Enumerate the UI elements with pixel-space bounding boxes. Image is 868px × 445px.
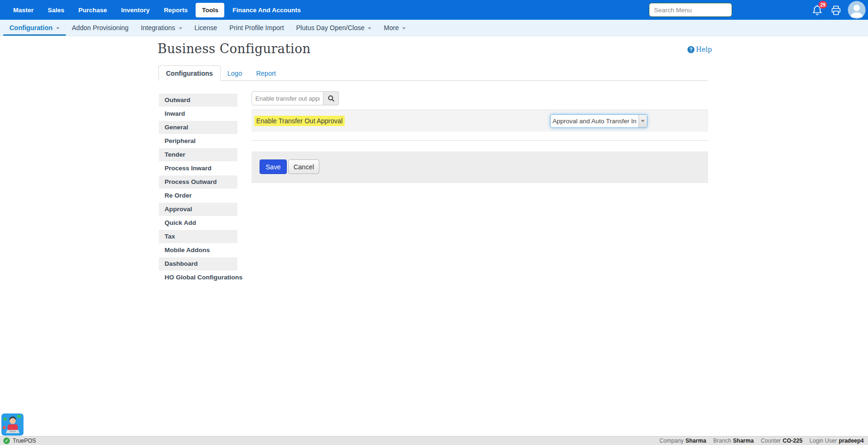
subnav-item-label: Plutus Day Open/Close <box>296 24 365 32</box>
status-bar: ✓ TruePOS Company Sharma Branch Sharma C… <box>0 436 868 445</box>
help-label: Help <box>696 46 712 53</box>
subnav-item-label: Integrations <box>141 24 175 32</box>
configuration-table: Enable Transfer Out Approval Approval an… <box>252 110 708 141</box>
sidebar-item-label: Tender <box>165 151 185 158</box>
configuration-category-list: Outward Inward General Peripheral Tender… <box>159 94 237 285</box>
tab-logo[interactable]: Logo <box>221 65 249 81</box>
sidebar-item-peripheral[interactable]: Peripheral <box>159 135 237 148</box>
sidebar-item-label: Process Outward <box>165 178 217 185</box>
search-button[interactable] <box>323 91 339 105</box>
tab-label: Report <box>256 70 276 77</box>
status-bar-left: ✓ TruePOS <box>0 437 36 444</box>
subnav-item-license[interactable]: License <box>189 20 223 36</box>
company-value: Sharma <box>686 437 706 444</box>
topnav-item-reports[interactable]: Reports <box>158 3 194 17</box>
sidebar-item-label: Peripheral <box>165 137 196 144</box>
page-title: Business Configuration <box>158 41 311 56</box>
sidebar-item-tax[interactable]: Tax <box>159 230 237 243</box>
topnav-item-label: Tools <box>202 7 218 14</box>
save-button[interactable]: Save <box>260 159 287 174</box>
tab-label: Logo <box>228 70 242 77</box>
topnav-item-tools[interactable]: Tools <box>196 3 224 17</box>
subnav-item-plutus-day-open-close[interactable]: Plutus Day Open/Close <box>290 20 378 36</box>
sidebar-item-label: Mobile Addons <box>165 246 210 254</box>
sidebar-item-ho-global-configurations[interactable]: HO Global Configurations <box>159 271 237 284</box>
topnav-item-sales[interactable]: Sales <box>42 3 71 17</box>
question-mark-icon: ? <box>687 46 694 53</box>
topnav-item-label: Reports <box>164 7 188 14</box>
sidebar-item-label: Outward <box>165 96 190 103</box>
sidebar-item-label: Tax <box>165 233 175 240</box>
branch-status: Branch Sharma <box>713 437 754 444</box>
counter-label: Counter <box>761 437 781 444</box>
chevron-down-icon <box>402 27 406 30</box>
topnav-item-label: Master <box>13 7 34 14</box>
dropdown-caret-button[interactable] <box>639 115 647 127</box>
login-user-status: Login User pradeep4 <box>810 437 864 444</box>
sidebar-item-label: Quick Add <box>165 219 196 226</box>
sidebar-item-dashboard[interactable]: Dashboard <box>159 257 237 270</box>
sidebar-item-re-order[interactable]: Re Order <box>159 189 237 202</box>
chevron-down-icon <box>641 120 645 122</box>
counter-value: CO-225 <box>783 437 803 444</box>
empty-row <box>252 132 708 141</box>
config-search-row <box>252 91 708 105</box>
branch-value: Sharma <box>733 437 754 444</box>
subnav-item-integrations[interactable]: Integrations <box>134 20 188 36</box>
sidebar-item-quick-add[interactable]: Quick Add <box>159 216 237 230</box>
config-search-input[interactable] <box>252 91 324 105</box>
dropdown-selected-value: Approval and Auto Transfer In <box>551 115 639 127</box>
setting-label-highlighted: Enable Transfer Out Approval <box>254 116 345 126</box>
action-bar: Save Cancel <box>252 151 708 183</box>
company-status: Company Sharma <box>659 437 706 444</box>
login-user-value: pradeep4 <box>839 437 864 444</box>
notification-count-badge[interactable]: 29 <box>819 1 827 8</box>
sidebar-item-label: Process Inward <box>165 165 212 172</box>
search-icon <box>328 95 335 102</box>
tab-label: Configurations <box>166 70 213 77</box>
topnav-item-purchase[interactable]: Purchase <box>72 3 113 17</box>
top-navigation-bar: Master Sales Purchase Inventory Reports … <box>0 0 868 20</box>
app-name: TruePOS <box>13 437 36 444</box>
tab-bar: Configurations Logo Report <box>158 65 708 81</box>
chevron-down-icon <box>179 27 182 30</box>
topnav-item-inventory[interactable]: Inventory <box>115 3 156 17</box>
topnav-item-label: Sales <box>48 7 64 14</box>
help-link[interactable]: ? Help <box>687 46 712 53</box>
sidebar-item-process-outward[interactable]: Process Outward <box>159 175 237 189</box>
subnav-item-configuration[interactable]: Configuration <box>3 20 66 36</box>
search-menu-input[interactable] <box>649 3 732 17</box>
counter-status: Counter CO-225 <box>761 437 803 444</box>
subnav-item-more[interactable]: More <box>378 20 412 36</box>
user-avatar[interactable] <box>848 1 866 19</box>
subnav-item-label: Configuration <box>9 24 53 32</box>
topnav-item-master[interactable]: Master <box>7 3 40 17</box>
cancel-button[interactable]: Cancel <box>288 159 319 174</box>
topnav-item-label: Finance And Accounts <box>232 7 300 14</box>
sidebar-item-mobile-addons[interactable]: Mobile Addons <box>159 244 237 257</box>
company-label: Company <box>659 437 683 444</box>
sidebar-item-approval[interactable]: Approval <box>159 203 237 216</box>
sidebar-item-label: Inward <box>165 110 185 117</box>
main-content: Enable Transfer Out Approval Approval an… <box>252 91 708 183</box>
sidebar-item-label: General <box>165 124 188 131</box>
sidebar-item-general[interactable]: General <box>159 121 237 134</box>
setting-value-dropdown[interactable]: Approval and Auto Transfer In <box>550 114 647 128</box>
setting-row: Enable Transfer Out Approval Approval an… <box>252 110 708 132</box>
sidebar-item-inward[interactable]: Inward <box>159 107 237 120</box>
subnav-item-label: License <box>195 24 217 32</box>
sidebar-item-label: Approval <box>165 206 192 213</box>
topnav-item-finance-and-accounts[interactable]: Finance And Accounts <box>226 3 307 17</box>
subnav-items: Configuration Addon Provisioning Integra… <box>3 20 412 36</box>
truepos-assistant-avatar[interactable] <box>1 413 24 436</box>
tab-items: Configurations Logo Report <box>158 65 283 80</box>
subnav-item-print-profile-import[interactable]: Print Profile Import <box>223 20 290 36</box>
tab-configurations[interactable]: Configurations <box>158 65 221 81</box>
sidebar-item-label: HO Global Configurations <box>165 274 243 281</box>
subnav-item-addon-provisioning[interactable]: Addon Provisioning <box>66 20 135 36</box>
tab-report[interactable]: Report <box>249 65 283 81</box>
printer-icon[interactable] <box>830 5 842 16</box>
sidebar-item-process-inward[interactable]: Process Inward <box>159 162 237 175</box>
sidebar-item-tender[interactable]: Tender <box>159 148 237 161</box>
sidebar-item-outward[interactable]: Outward <box>159 94 237 107</box>
